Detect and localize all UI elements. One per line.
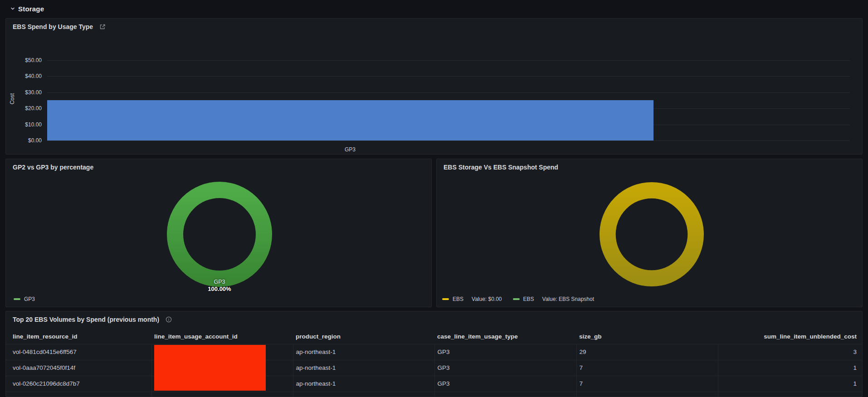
table-cell: ap-northeast-1: [293, 360, 434, 376]
donut-center-labels: GP3 100.00%: [174, 278, 265, 293]
chevron-down-icon: [10, 6, 15, 11]
table-cell: [718, 392, 863, 397]
pie-legend: EBSValue: $0.00EBSValue: EBS Snapshot: [442, 296, 594, 302]
legend-color-dash: [513, 298, 520, 300]
panel-title: EBS Storage Vs EBS Snapshot Spend: [444, 164, 558, 171]
legend-label: GP3: [24, 296, 35, 302]
legend-value: Value: $0.00: [472, 296, 502, 302]
y-axis-tick-label: $20.00: [9, 105, 42, 112]
panel-ebs-spend-by-usage-type: EBS Spend by Usage Type Cost GP3 $0.00$1…: [5, 18, 863, 155]
gridline: [47, 60, 850, 61]
legend-item-gp3[interactable]: GP3: [14, 296, 35, 302]
table-cell: [151, 392, 293, 397]
table-cell: ap-northeast-1: [293, 376, 434, 392]
panel-top20-ebs-volumes: Top 20 EBS Volumes by Spend (previous mo…: [5, 311, 863, 397]
table-cell: vol-0aaa7072045f0f14f: [6, 360, 151, 376]
row-header-storage[interactable]: Storage: [10, 3, 44, 15]
redaction-overlay: [154, 345, 266, 391]
table-cell: ap-northeast-1: [293, 344, 434, 360]
y-axis-tick-label: $40.00: [9, 73, 42, 80]
table-header-row: line_item_resource_idline_item_usage_acc…: [6, 329, 863, 344]
grafana-dashboard: Storage EBS Spend by Usage Type Cost GP3…: [0, 0, 868, 397]
y-axis-tick-label: $0.00: [9, 137, 42, 144]
panel-header: EBS Spend by Usage Type: [6, 19, 862, 35]
column-header-sum_line_item_unblended_cost[interactable]: sum_line_item_unblended_cost: [718, 329, 863, 344]
legend-label: EBS: [523, 296, 534, 302]
donut-chart-gp3: [167, 182, 272, 287]
table-cell: [293, 392, 434, 397]
x-axis-tick-label: GP3: [327, 146, 373, 153]
slice-value: 100.00%: [174, 286, 265, 293]
legend-color-dash: [14, 298, 20, 300]
slice-label: GP3: [174, 278, 265, 286]
table-row: [6, 392, 863, 397]
pie-legend: GP3: [14, 296, 35, 302]
table-cell: 7: [576, 376, 718, 392]
legend-value: Value: EBS Snapshot: [542, 296, 595, 302]
table-cell: [576, 392, 718, 397]
table-cell: vol-0260c21096dc8d7b7: [6, 376, 151, 392]
panel-ebs-storage-vs-snapshot: EBS Storage Vs EBS Snapshot Spend EBSVal…: [436, 159, 863, 307]
panel-gp2-vs-gp3: GP2 vs GP3 by percentage GP3 100.00% GP3: [5, 159, 432, 307]
column-header-line_item_resource_id[interactable]: line_item_resource_id: [6, 329, 151, 344]
column-header-product_region[interactable]: product_region: [293, 329, 434, 344]
table-cell: 1: [718, 376, 863, 392]
panel-header: EBS Storage Vs EBS Snapshot Spend: [437, 159, 862, 175]
table-cell: [434, 392, 576, 397]
y-axis-tick-label: $50.00: [9, 57, 42, 64]
column-header-line_item_usage_account_id[interactable]: line_item_usage_account_id: [151, 329, 293, 344]
legend-item-ebs[interactable]: EBSValue: EBS Snapshot: [513, 296, 595, 302]
table-cell: 3: [718, 344, 863, 360]
table-cell: vol-0481cd0415e6ff567: [6, 344, 151, 360]
legend-label: EBS: [453, 296, 463, 302]
table-cell: 1: [718, 360, 863, 376]
gridline: [47, 92, 850, 93]
gridline: [47, 76, 850, 77]
column-header-case_line_item_usage_type[interactable]: case_line_item_usage_type: [434, 329, 576, 344]
table-cell: 7: [576, 360, 718, 376]
row-title: Storage: [18, 5, 44, 13]
table-cell: GP3: [434, 344, 576, 360]
panel-title: GP2 vs GP3 by percentage: [13, 164, 93, 171]
gridline: [47, 140, 850, 141]
panel-title: EBS Spend by Usage Type: [13, 23, 93, 30]
bar-gp3: [47, 100, 653, 140]
table-cell: [6, 392, 151, 397]
table-cell: GP3: [434, 376, 576, 392]
panel-header: Top 20 EBS Volumes by Spend (previous mo…: [6, 311, 862, 328]
table-cell: 29: [576, 344, 718, 360]
bar-chart: Cost GP3 $0.00$10.00$20.00$30.00$40.00$5…: [6, 35, 862, 154]
legend-item-ebs[interactable]: EBSValue: $0.00: [442, 296, 502, 302]
y-axis-tick-label: $30.00: [9, 89, 42, 96]
legend-color-dash: [442, 298, 449, 300]
y-axis-tick-label: $10.00: [9, 121, 42, 128]
table-row: vol-0481cd0415e6ff567ap-northeast-1GP329…: [6, 344, 863, 360]
info-icon[interactable]: [166, 316, 172, 323]
external-link-icon[interactable]: [99, 24, 106, 30]
table-cell: GP3: [434, 360, 576, 376]
donut-chart-ebs: [600, 182, 704, 286]
panel-header: GP2 vs GP3 by percentage: [6, 159, 431, 175]
panel-title: Top 20 EBS Volumes by Spend (previous mo…: [13, 316, 159, 323]
table-row: vol-0260c21096dc8d7b7ap-northeast-1GP371: [6, 376, 863, 392]
volumes-table: line_item_resource_idline_item_usage_acc…: [6, 329, 863, 397]
table-row: vol-0aaa7072045f0f14fap-northeast-1GP371: [6, 360, 863, 376]
column-header-size_gb[interactable]: size_gb: [576, 329, 718, 344]
